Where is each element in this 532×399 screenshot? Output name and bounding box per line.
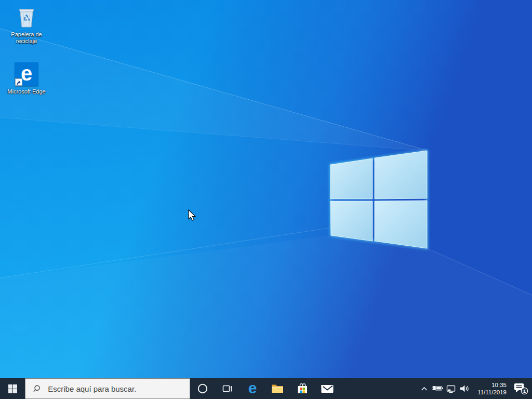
taskbar-search[interactable] xyxy=(25,378,190,399)
notification-badge-count: 1 xyxy=(523,389,526,394)
taskbar: e xyxy=(0,378,532,399)
clock-time: 10:35 xyxy=(491,381,507,389)
taskbar-button-edge[interactable]: e xyxy=(240,378,265,399)
recycle-bin-icon xyxy=(14,5,39,30)
desktop: Papelera de reciclaje e Microsoft Edge xyxy=(0,0,532,399)
desktop-icon-microsoft-edge[interactable]: e Microsoft Edge xyxy=(6,61,47,95)
recycle-bin-label: Papelera de reciclaje xyxy=(6,31,47,45)
shortcut-arrow-icon xyxy=(15,78,22,86)
search-input[interactable] xyxy=(47,384,185,394)
microsoft-store-icon xyxy=(296,382,309,395)
taskbar-button-cortana[interactable] xyxy=(190,378,215,399)
windows-logo-pane-top-right xyxy=(375,151,427,199)
edge-letter: e xyxy=(21,63,32,84)
tray-volume[interactable] xyxy=(457,378,472,399)
windows-logo-pane-top-left xyxy=(330,158,373,199)
windows-logo-pane-bottom-right xyxy=(375,201,427,248)
desktop-icon-recycle-bin[interactable]: Papelera de reciclaje xyxy=(6,4,47,45)
battery-charging-icon xyxy=(431,384,444,393)
system-tray: 10:35 11/11/2019 1 xyxy=(417,378,532,399)
clock-date: 11/11/2019 xyxy=(477,389,507,396)
windows-logo-pane-bottom-left xyxy=(330,201,373,241)
taskbar-button-file-explorer[interactable] xyxy=(265,378,290,399)
task-view-icon xyxy=(222,384,233,393)
chevron-up-icon xyxy=(421,387,428,391)
edge-label: Microsoft Edge xyxy=(6,88,47,95)
tray-battery[interactable] xyxy=(431,378,444,399)
tray-clock[interactable]: 10:35 11/11/2019 xyxy=(472,378,510,399)
tray-show-hidden-icons[interactable] xyxy=(417,378,431,399)
network-icon xyxy=(446,384,456,393)
action-center-button[interactable]: 1 xyxy=(510,378,532,399)
taskbar-button-microsoft-store[interactable] xyxy=(290,378,315,399)
tray-network[interactable] xyxy=(444,378,457,399)
windows-logo-icon xyxy=(8,384,17,393)
cortana-icon xyxy=(197,383,208,394)
start-button[interactable] xyxy=(0,378,25,399)
taskbar-button-mail[interactable] xyxy=(315,378,340,399)
edge-tile-icon: e xyxy=(15,62,38,86)
mail-icon xyxy=(321,383,334,394)
action-center-icon: 1 xyxy=(513,382,529,395)
wallpaper-image xyxy=(0,0,532,378)
search-icon xyxy=(33,384,41,393)
taskbar-button-task-view[interactable] xyxy=(215,378,240,399)
edge-icon: e xyxy=(248,380,257,396)
volume-icon xyxy=(459,384,470,393)
file-explorer-icon xyxy=(271,383,284,394)
